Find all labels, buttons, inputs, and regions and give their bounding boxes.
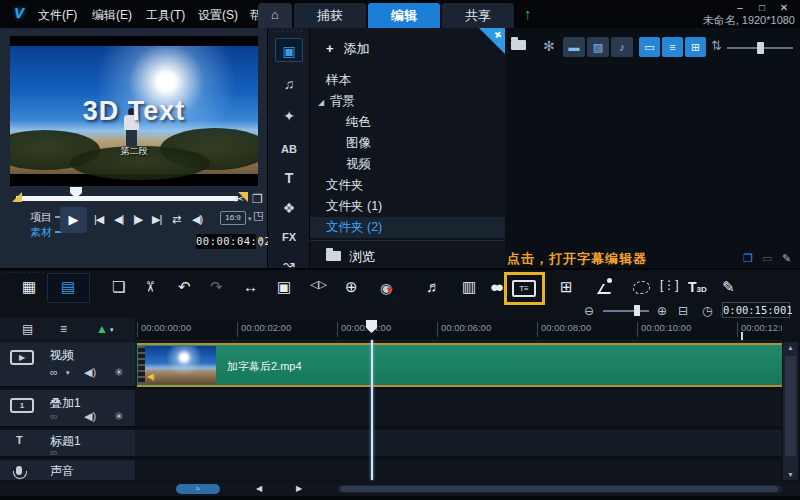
volume-button[interactable]: ◀) [192, 213, 202, 226]
tab-share[interactable]: 共享 [442, 3, 514, 28]
import-folder-icon[interactable] [511, 38, 534, 53]
tab-capture[interactable]: 捕获 [294, 3, 366, 28]
tree-item-folder-2[interactable]: 文件夹 (2) [310, 217, 505, 238]
expand-arrow-icon[interactable]: ◢ [318, 98, 324, 107]
timeline-hscrollbar[interactable] [338, 485, 782, 493]
menu-file[interactable]: 文件(F) [38, 7, 77, 24]
storyboard-view-icon[interactable]: ▦ [22, 278, 36, 296]
prev-clip-button[interactable]: |◀ [94, 213, 103, 226]
subtitle-editor-icon[interactable]: T≡ [512, 280, 536, 297]
tree-item-background[interactable]: 背景 [310, 91, 505, 112]
fit-timeline-icon[interactable]: ⊟ [678, 304, 688, 318]
category-graphic-icon[interactable]: ❖ [275, 196, 303, 220]
sort-icon[interactable]: ⇅ [711, 38, 722, 53]
sound-mixer-icon[interactable]: ♬ [426, 278, 441, 295]
mute-toggle-icon[interactable]: ◀) [84, 410, 96, 423]
clock-icon[interactable]: ◷ [702, 304, 712, 318]
view-grid-button[interactable]: ⊞ [685, 37, 706, 57]
scroll-up-icon[interactable]: ▲ [783, 344, 798, 351]
view-panel-button[interactable]: ▭ [639, 37, 660, 57]
3d-title-editor-icon[interactable]: T3D [688, 279, 707, 295]
upload-arrow-icon[interactable]: ↑ [524, 5, 532, 22]
panel-drag-handle[interactable]: ········· [4, 30, 46, 34]
timeline-clip[interactable]: ◀) 加字幕后2.mp4 [137, 343, 782, 387]
mute-toggle-icon[interactable]: ◀) [84, 366, 96, 379]
marker-icon[interactable]: ▲ [96, 322, 108, 336]
category-title-icon[interactable]: T [275, 166, 303, 190]
timecode-spin-up-icon[interactable]: ▲ [258, 235, 264, 241]
timeline-view-icon[interactable]: ▤ [61, 278, 75, 296]
track-header-title1[interactable]: T 标题1 ∞ [0, 430, 135, 458]
menu-tools[interactable]: 工具(T) [146, 7, 185, 24]
timeline-zoom-slider[interactable] [603, 310, 649, 312]
project-duration[interactable]: 0:00:15:001 [722, 302, 790, 318]
track-manager-icon[interactable]: ▤ [22, 322, 33, 336]
track-header-overlay1[interactable]: 1 叠加1 ∞ ◀) ✳ [0, 390, 135, 428]
filter-photo-button[interactable]: ▨ [587, 37, 609, 57]
library-panel-toggle-icon[interactable]: ❐ [743, 252, 753, 265]
hscroll-thumb[interactable] [340, 486, 778, 492]
tree-item-image[interactable]: 图像 [310, 133, 505, 154]
link-toggle-icon[interactable]: ∞ [50, 410, 58, 422]
aspect-ratio-button[interactable]: 16:9 [220, 211, 246, 225]
category-media-icon[interactable]: ▣ [275, 38, 303, 62]
preview-video[interactable]: 3D Text 第二段 [10, 36, 258, 186]
scroll-left-icon[interactable]: ◀ [256, 484, 262, 493]
category-instant-project-icon[interactable]: ✦ [275, 104, 303, 128]
category-transition-icon[interactable]: AB [275, 136, 303, 160]
view-list-button[interactable]: ≡ [662, 37, 683, 57]
link-toggle-icon[interactable]: ∞ [50, 446, 58, 458]
split-clip-icon[interactable]: ✂ [234, 192, 244, 206]
snapshot-icon[interactable]: ❐ [252, 192, 263, 206]
tree-item-folder[interactable]: 文件夹 [310, 175, 505, 196]
multi-trim-icon[interactable]: ▥ [462, 278, 476, 296]
playhead-line[interactable] [371, 340, 373, 480]
track-lane-voice[interactable] [135, 460, 782, 480]
timecode-spin-down-icon[interactable]: ▼ [258, 242, 264, 248]
track-fx-icon[interactable]: ✳ [114, 410, 123, 423]
track-lane-overlay1[interactable] [135, 390, 782, 428]
scroll-right-icon[interactable]: ▶ [296, 484, 302, 493]
tree-item-video[interactable]: 视频 [310, 154, 505, 175]
timeline-vscrollbar[interactable]: ▲ ▼ [783, 342, 798, 480]
timeline-ruler[interactable]: 00:00:00:00 00:00:02:00 00:00:04:00 00:0… [135, 318, 782, 341]
track-lane-title1[interactable] [135, 430, 782, 458]
edit-panel-icon[interactable]: ✎ [782, 252, 791, 265]
step-forward-button[interactable]: |▶ [133, 213, 142, 226]
copy-icon[interactable]: ❏ [112, 278, 125, 296]
timeline-drag-handle[interactable]: ········· [4, 271, 46, 275]
next-clip-button[interactable]: ▶| [152, 213, 161, 226]
track-header-video[interactable]: ▶ 视频 ∞ ▾ ◀) ✳ [0, 342, 135, 388]
tab-edit[interactable]: 编辑 [368, 3, 440, 28]
filter-audio-button[interactable]: ♪ [611, 37, 633, 57]
strip-drag-handle[interactable]: ······· [272, 30, 305, 34]
tools-icon[interactable]: ✂ [141, 281, 159, 294]
options-panel-toggle-icon[interactable]: ▭ [762, 252, 772, 265]
track-fx-icon[interactable]: ✳ [114, 366, 123, 379]
redo-icon[interactable]: ↷ [210, 278, 223, 296]
3d-bracket-icon[interactable]: [⋮] [660, 278, 679, 292]
tree-item-solid-color[interactable]: 纯色 [310, 112, 505, 133]
home-tab[interactable]: ⌂ [258, 3, 292, 28]
loop-button[interactable]: ⇄ [172, 213, 181, 226]
split-screen-template-icon[interactable]: ⊞ [560, 278, 573, 296]
play-button[interactable]: ▶ [60, 207, 87, 233]
undo-icon[interactable]: ↶ [178, 278, 191, 296]
clip-mode-label[interactable]: 素材 [30, 225, 52, 240]
fit-project-icon[interactable]: ↔ [243, 278, 258, 295]
motion-tracking-icon[interactable] [598, 278, 614, 294]
capture-import-icon[interactable]: ✻ [543, 38, 555, 54]
vscroll-thumb[interactable] [785, 356, 796, 456]
scrub-bar[interactable] [16, 196, 238, 201]
project-mode-label[interactable]: 项目 [30, 210, 52, 225]
frame-size-icon[interactable]: ▣ [277, 278, 291, 296]
category-filter-icon[interactable]: FX [275, 224, 303, 248]
scroll-down-icon[interactable]: ▼ [783, 471, 798, 478]
category-audio-icon[interactable]: ♫ [275, 72, 303, 96]
link-toggle-icon[interactable]: ∞ [50, 366, 58, 378]
mask-creator-icon[interactable] [633, 281, 650, 294]
split-view-icon[interactable]: ◁▷ [310, 278, 327, 291]
timeline-zoom-handle[interactable] [634, 305, 640, 316]
zoom-out-icon[interactable]: ⊖ [584, 304, 594, 318]
menu-edit[interactable]: 编辑(E) [92, 7, 132, 24]
